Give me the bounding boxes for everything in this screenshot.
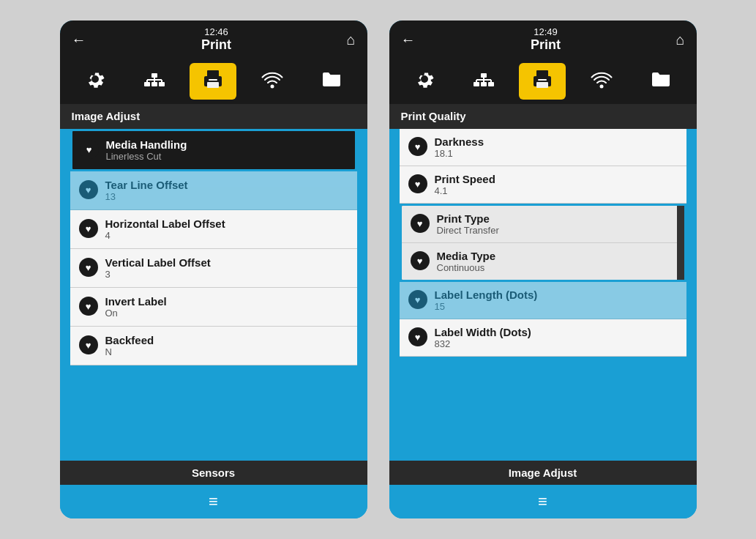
svg-rect-3 [151,73,157,78]
list-container: ♥ Darkness 18.1 ♥ Print Speed 4.1 [400,129,686,461]
section-header-text: Image Adjust [72,110,141,122]
svg-point-12 [271,84,274,88]
svg-rect-11 [209,79,217,81]
item-title: Horizontal Label Offset [105,218,225,230]
item-value: 15 [435,301,538,312]
list-item[interactable]: ♥ Tear Line Offset 13 [70,171,357,210]
settings-tab-icon [83,67,107,96]
favorite-icon: ♥ [411,251,430,270]
item-title: Backfeed [105,334,154,346]
favorite-icon: ♥ [79,219,98,238]
item-title: Label Length (Dots) [435,289,538,301]
bottom-bar[interactable]: Sensors [60,461,367,485]
item-title: Darkness [435,135,484,148]
bottom-nav: ≡ [60,485,367,518]
favorite-icon: ♥ [79,258,98,277]
tab-settings[interactable] [401,63,448,100]
back-button[interactable]: ← [72,31,86,48]
item-content: Invert Label On [105,295,167,319]
list-item[interactable]: ♥ Media Handling Linerless Cut [70,129,357,171]
svg-rect-2 [159,82,165,86]
svg-rect-10 [207,82,219,88]
favorite-icon: ♥ [408,290,427,309]
list-item[interactable]: ♥ Invert Label On [70,288,357,327]
left-border [389,129,400,461]
favorite-icon: ♥ [408,174,427,193]
item-value: 4.1 [435,185,495,196]
list-item[interactable]: ♥ Vertical Label Offset 3 [70,249,357,288]
list-item[interactable]: ♥ Backfeed N [70,327,357,365]
right-border [357,129,367,461]
time-display: 12:46 [201,26,231,37]
favorite-icon: ♥ [79,180,98,199]
bottom-bar-text: Sensors [192,466,235,479]
list-item[interactable]: ♥ Print Type Direct Transfer [402,206,677,242]
list-item[interactable]: ♥ Media Type Continuous [402,242,677,280]
svg-rect-1 [144,82,150,86]
list-item[interactable]: ♥ Print Speed 4.1 [400,166,686,204]
menu-icon[interactable]: ≡ [209,492,218,511]
item-content: Vertical Label Offset 3 [105,256,211,280]
tab-settings[interactable] [72,63,119,100]
svg-rect-0 [151,82,157,86]
item-content: Print Type Direct Transfer [437,212,499,236]
focused-group: ♥ Print Type Direct Transfer ♥ Media Typ… [400,204,686,282]
device-right: ← 12:49 Print ⌂ [389,21,697,518]
list-item[interactable]: ♥ Label Width (Dots) 832 [400,319,686,357]
top-bar: ← 12:46 Print ⌂ [60,21,367,59]
list-item[interactable]: ♥ Darkness 18.1 [400,129,686,166]
home-button[interactable]: ⌂ [675,31,684,48]
screen-title: Print [531,37,561,53]
screen-title: Print [201,37,231,53]
tab-wireless[interactable] [578,63,625,100]
item-value: Direct Transfer [437,225,499,236]
menu-icon[interactable]: ≡ [538,492,547,511]
network-tab-icon [472,67,495,96]
item-title: Invert Label [105,295,167,308]
list-item[interactable]: ♥ Horizontal Label Offset 4 [70,210,357,249]
item-value: On [105,308,167,319]
item-title: Tear Line Offset [105,179,188,191]
print-tab-icon [201,67,225,96]
svg-rect-14 [474,82,479,86]
item-title: Print Speed [435,173,495,185]
svg-rect-15 [488,82,494,86]
tab-network[interactable] [131,63,178,100]
tab-wireless[interactable] [249,63,296,100]
svg-rect-24 [538,79,547,81]
folder-tab-icon [320,67,343,96]
tab-folder[interactable] [637,63,684,100]
item-content: Darkness 18.1 [435,135,484,159]
svg-rect-23 [536,82,548,88]
left-border [60,129,70,461]
tab-print[interactable] [190,63,236,100]
back-button[interactable]: ← [401,31,416,48]
item-content: Media Type Continuous [437,250,496,273]
item-content: Label Length (Dots) 15 [435,289,538,312]
item-value: N [105,346,154,357]
time-display: 12:49 [531,26,561,37]
list-container: ♥ Media Handling Linerless Cut ♥ Tear Li… [70,129,357,461]
bottom-nav: ≡ [389,485,697,518]
settings-tab-icon [413,67,436,96]
list-item[interactable]: ♥ Label Length (Dots) 15 [400,282,686,319]
svg-point-25 [600,84,604,88]
tab-network[interactable] [460,63,507,100]
print-tab-icon [531,67,554,96]
right-border [686,129,697,461]
bottom-bar[interactable]: Image Adjust [389,461,697,485]
section-header: Image Adjust [60,104,367,129]
tab-print[interactable] [519,63,566,100]
bottom-bar-text: Image Adjust [509,466,577,479]
favorite-icon: ♥ [411,214,430,233]
title-block: 12:46 Print [201,26,231,53]
item-title: Media Handling [106,138,187,151]
svg-rect-13 [481,82,487,86]
item-title: Media Type [437,250,496,262]
group-scrollbar [677,206,684,280]
item-value: 3 [105,269,211,280]
svg-rect-16 [481,73,487,78]
tab-folder[interactable] [308,63,355,100]
home-button[interactable]: ⌂ [346,31,355,48]
content-area: ♥ Darkness 18.1 ♥ Print Speed 4.1 [389,129,697,461]
